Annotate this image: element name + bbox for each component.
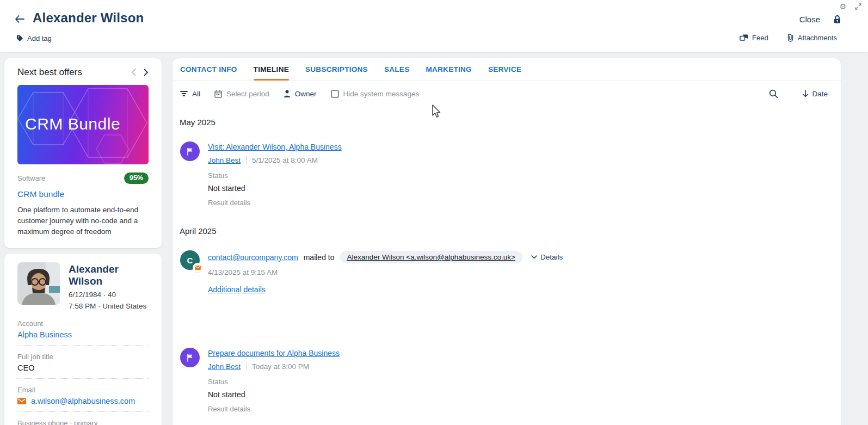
entry-date: 5/1/2025 at 8:00 AM: [252, 156, 318, 164]
header-actions: Feed Attachments: [740, 33, 837, 42]
timeline-list: May 2025 Visit: Alexander Wilson, Alpha …: [173, 118, 841, 425]
separator: [246, 362, 247, 371]
sort-date-label: Date: [812, 90, 828, 98]
back-button[interactable]: [14, 14, 25, 24]
result-details-label: Result details: [208, 199, 342, 207]
email-value[interactable]: a.wilson@alphabusiness.com: [31, 397, 135, 405]
tab-timeline[interactable]: TIMELINE: [254, 58, 289, 80]
timeline-group-april-2025: April 2025: [180, 226, 828, 236]
email-badge: [193, 263, 202, 273]
page-header: ⚙ Alexander Wilson Close Add tag: [0, 0, 868, 52]
task-flag-avatar: [180, 348, 200, 367]
mailed-to-text: mailed to: [304, 253, 335, 262]
owner-link[interactable]: John Best: [208, 362, 241, 371]
status-value: Not started: [208, 184, 342, 193]
attachments-button[interactable]: Attachments: [787, 33, 837, 42]
sort-by-date-button[interactable]: Date: [802, 90, 828, 98]
offer-category: Software: [17, 174, 45, 182]
hide-system-checkbox[interactable]: [331, 90, 339, 98]
tab-contact-info[interactable]: CONTACT INFO: [180, 58, 237, 80]
tag-icon: [16, 35, 23, 42]
visit-flag-avatar: [180, 141, 200, 161]
feed-icon: [740, 34, 748, 42]
next-best-offers-card: Next best offers CRM Bundle: [4, 58, 162, 248]
owner-filter-button[interactable]: Owner: [284, 90, 317, 98]
flag-icon: [186, 354, 194, 362]
page-title: Alexander Wilson: [33, 10, 144, 26]
chevron-down-icon: [531, 255, 537, 259]
task-title-link[interactable]: Prepare documents for Alpha Business: [208, 349, 340, 358]
contact-profile-card: Alexander Wilson 6/12/1984 · 40 7:58 PM …: [4, 254, 162, 425]
settings-gear-icon[interactable]: ⚙: [839, 2, 846, 11]
add-tag-label: Add tag: [27, 34, 52, 42]
job-title-value: CEO: [17, 364, 149, 372]
status-value: Not started: [208, 390, 340, 399]
timeline-entry-email-out: C contact@ourcompany.com mailed to Alexa…: [180, 250, 828, 294]
offer-match-badge: 95%: [124, 173, 149, 184]
divider: [17, 345, 149, 346]
paperclip-icon: [787, 33, 794, 42]
close-button[interactable]: Close: [799, 15, 820, 24]
tab-service[interactable]: SERVICE: [488, 58, 521, 80]
tab-marketing[interactable]: MARKETING: [426, 58, 471, 80]
window-controls: ⚙: [839, 2, 861, 11]
offer-banner-title: CRM Bundle: [25, 115, 120, 133]
avatar-letter: C: [187, 256, 193, 265]
divider: [17, 378, 149, 379]
flag-icon: [186, 147, 194, 156]
filter-funnel-icon: [180, 90, 188, 97]
attachments-label: Attachments: [798, 34, 837, 42]
search-icon[interactable]: [769, 89, 778, 98]
entry-date: Today at 3:00 PM: [252, 362, 309, 371]
business-phone-label: Business phone · primary: [17, 419, 149, 425]
lock-icon[interactable]: [833, 15, 842, 24]
expand-icon[interactable]: [855, 3, 861, 10]
details-button[interactable]: Details: [531, 253, 563, 261]
account-label: Account: [17, 319, 149, 328]
timeline-entry-visit: Visit: Alexander Wilson, Alpha Business …: [180, 141, 828, 207]
job-title-label: Full job title: [17, 353, 149, 361]
select-period-label: Select period: [226, 90, 269, 98]
separator: [246, 156, 247, 164]
tab-bar: CONTACT INFO TIMELINE SUBSCRIPTIONS SALE…: [173, 58, 841, 81]
visit-title-link[interactable]: Visit: Alexander Wilson, Alpha Business: [208, 143, 342, 151]
feed-label: Feed: [752, 34, 768, 42]
owner-link[interactable]: John Best: [208, 156, 241, 164]
envelope-icon: [17, 398, 26, 404]
tab-sales[interactable]: SALES: [384, 58, 410, 80]
select-period-button[interactable]: Select period: [214, 90, 269, 98]
arrow-down-icon: [802, 90, 809, 97]
additional-details-link[interactable]: Additional details: [208, 285, 266, 294]
tab-subscriptions[interactable]: SUBSCRIPTIONS: [305, 58, 368, 80]
filter-all-button[interactable]: All: [180, 90, 200, 98]
offer-description: One platform to automate end-to-end cust…: [17, 205, 149, 237]
offers-next-icon[interactable]: [144, 69, 149, 76]
contact-time-location: 7:58 PM · United States: [69, 302, 149, 310]
offer-banner[interactable]: CRM Bundle: [17, 85, 149, 164]
hide-system-label: Hide system messages: [343, 90, 420, 98]
owner-filter-label: Owner: [295, 90, 317, 98]
timeline-group-may-2025: May 2025: [180, 118, 828, 127]
offers-prev-icon[interactable]: [131, 69, 136, 76]
envelope-icon: [195, 266, 201, 270]
filter-all-label: All: [192, 90, 200, 98]
offers-title: Next best offers: [17, 67, 82, 78]
email-label: Email: [17, 386, 149, 394]
contact-name: Alexander Wilson: [69, 263, 149, 287]
email-sender-avatar: C: [180, 250, 200, 270]
mail-recipient-pill[interactable]: Alexander Wilson <a.wilson@alphabusiness…: [340, 251, 522, 263]
add-tag-button[interactable]: Add tag: [16, 34, 52, 42]
status-label: Status: [208, 171, 342, 180]
status-label: Status: [208, 378, 340, 386]
hide-system-messages-toggle[interactable]: Hide system messages: [331, 90, 420, 98]
calendar-icon: [214, 90, 222, 98]
person-icon: [284, 90, 291, 97]
contact-avatar[interactable]: [17, 262, 60, 305]
mail-from-link[interactable]: contact@ourcompany.com: [208, 253, 298, 262]
account-link[interactable]: Alpha Business: [17, 330, 149, 339]
left-sidebar: Next best offers CRM Bundle: [4, 58, 162, 425]
offer-link[interactable]: CRM bundle: [17, 189, 149, 199]
details-label: Details: [540, 253, 563, 261]
email-row[interactable]: a.wilson@alphabusiness.com: [17, 397, 149, 405]
feed-button[interactable]: Feed: [740, 33, 768, 42]
